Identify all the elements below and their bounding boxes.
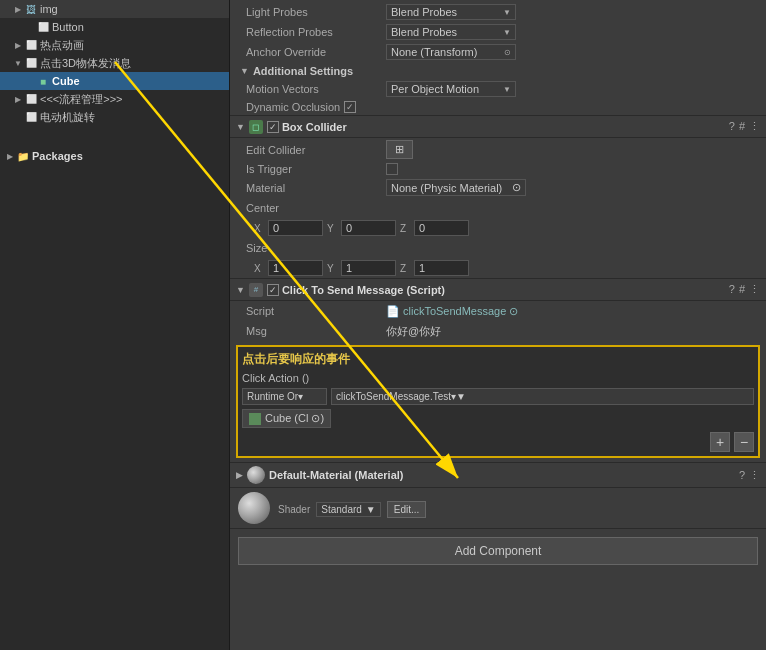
material-content-row: Shader Standard ▼ Edit... bbox=[230, 488, 766, 528]
tree-label-motor: 电动机旋转 bbox=[40, 110, 95, 125]
anchor-override-label: Anchor Override bbox=[246, 46, 386, 58]
script-label: Script bbox=[246, 305, 386, 317]
event-runtime-row: Runtime Or▾ clickToSendMessage.Test▾ ▼ bbox=[242, 388, 754, 405]
material-row: Material None (Physic Material) ⊙ bbox=[230, 177, 766, 198]
reflection-probes-dropdown[interactable]: Blend Probes ▼ bbox=[386, 24, 516, 40]
additional-settings-header: ▼ Additional Settings bbox=[230, 62, 766, 79]
box-collider-settings-icon[interactable]: # bbox=[739, 120, 745, 133]
tree-icon-cube: ■ bbox=[36, 74, 50, 88]
box-collider-help-icon[interactable]: ? bbox=[729, 120, 735, 133]
motion-vectors-dropdown[interactable]: Per Object Motion ▼ bbox=[386, 81, 516, 97]
click-script-enable[interactable]: ✓ bbox=[267, 284, 279, 296]
size-x-input[interactable] bbox=[268, 260, 323, 276]
material-fold: ▶ bbox=[236, 470, 243, 480]
size-label-row: Size bbox=[230, 238, 766, 258]
cube-item[interactable]: Cube (Cl ⊙) bbox=[242, 409, 331, 428]
box-collider-menu-icon[interactable]: ⋮ bbox=[749, 120, 760, 133]
add-component-button[interactable]: Add Component bbox=[238, 537, 758, 565]
physic-material-dropdown[interactable]: None (Physic Material) ⊙ bbox=[386, 179, 526, 196]
box-collider-icon: ◻ bbox=[249, 120, 263, 134]
dynamic-occlusion-checkbox[interactable]: ✓ bbox=[344, 101, 356, 113]
tree-label-img: img bbox=[40, 3, 58, 15]
physic-material-text: None (Physic Material) bbox=[391, 182, 502, 194]
physic-material-value-wrap: None (Physic Material) ⊙ bbox=[386, 179, 758, 196]
light-probes-row: Light Probes Blend Probes ▼ bbox=[230, 0, 766, 22]
dd-arrow-rp: ▼ bbox=[503, 28, 511, 37]
material-sphere-large bbox=[238, 492, 270, 524]
is-trigger-checkbox[interactable] bbox=[386, 163, 398, 175]
click-script-header: ▼ # ✓ Click To Send Message (Script) ? #… bbox=[230, 279, 766, 301]
physic-material-target[interactable]: ⊙ bbox=[512, 181, 521, 194]
shader-value: Standard bbox=[321, 504, 362, 515]
tree-item-hotspot[interactable]: ▶ ⬜ 热点动画 bbox=[0, 36, 229, 54]
motion-vectors-label: Motion Vectors bbox=[246, 83, 386, 95]
light-probes-value-wrap: Blend Probes ▼ bbox=[386, 4, 758, 20]
size-y-input[interactable] bbox=[341, 260, 396, 276]
msg-label: Msg bbox=[246, 325, 386, 337]
tree-icon-img: 🖼 bbox=[24, 2, 38, 16]
event-plus-button[interactable]: + bbox=[710, 432, 730, 452]
tree-item-cube[interactable]: ▶ ■ Cube bbox=[0, 72, 229, 90]
is-trigger-label: Is Trigger bbox=[246, 163, 386, 175]
center-y-input[interactable] bbox=[341, 220, 396, 236]
center-x-label: X bbox=[254, 223, 264, 234]
func-dropdown[interactable]: clickToSendMessage.Test▾ ▼ bbox=[331, 388, 754, 405]
box-collider-enable[interactable]: ✓ bbox=[267, 121, 279, 133]
tree-label-packages: Packages bbox=[32, 150, 83, 162]
event-buttons: + − bbox=[242, 432, 754, 452]
tree-label-click3d: 点击3D物体发消息 bbox=[40, 56, 131, 71]
dynamic-occlusion-row: Dynamic Occlusion ✓ bbox=[230, 99, 766, 115]
click-script-settings-icon[interactable]: # bbox=[739, 283, 745, 296]
center-x-input[interactable] bbox=[268, 220, 323, 236]
event-title: 点击后要响应的事件 bbox=[242, 351, 754, 368]
packages-item[interactable]: ▶ 📁 Packages bbox=[0, 146, 229, 166]
dd-arrow-lp: ▼ bbox=[503, 8, 511, 17]
event-minus-button[interactable]: − bbox=[734, 432, 754, 452]
tree-item-click3d[interactable]: ▼ ⬜ 点击3D物体发消息 bbox=[0, 54, 229, 72]
light-probes-dropdown[interactable]: Blend Probes ▼ bbox=[386, 4, 516, 20]
tree-icon-hotspot: ⬜ bbox=[24, 38, 38, 52]
size-z-label: Z bbox=[400, 263, 410, 274]
cube-small-icon bbox=[249, 413, 261, 425]
anchor-override-row: Anchor Override None (Transform) ⊙ bbox=[230, 42, 766, 62]
shader-dd-arrow: ▼ bbox=[366, 504, 376, 515]
click-script-menu-icon[interactable]: ⋮ bbox=[749, 283, 760, 296]
material-header-icons: ? ⋮ bbox=[739, 469, 760, 482]
material-sphere-icon bbox=[247, 466, 265, 484]
material-menu-icon[interactable]: ⋮ bbox=[749, 469, 760, 482]
click-script-help-icon[interactable]: ? bbox=[729, 283, 735, 296]
size-y-label: Y bbox=[327, 263, 337, 274]
reflection-probes-dropdown-text: Blend Probes bbox=[391, 26, 457, 38]
anchor-override-dropdown[interactable]: None (Transform) ⊙ bbox=[386, 44, 516, 60]
size-label: Size bbox=[246, 242, 386, 254]
script-target-icon[interactable]: ⊙ bbox=[509, 305, 518, 318]
script-value: 📄 clickToSendMessage ⊙ bbox=[386, 305, 758, 318]
additional-settings-fold: ▼ bbox=[240, 66, 249, 76]
tree-item-motor[interactable]: ▶ ⬜ 电动机旋转 bbox=[0, 108, 229, 126]
tree-arrow-img: ▶ bbox=[12, 3, 24, 15]
edit-collider-icon: ⊞ bbox=[395, 143, 404, 156]
click-action-label: Click Action () bbox=[242, 372, 754, 384]
script-row: Script 📄 clickToSendMessage ⊙ bbox=[230, 301, 766, 321]
event-box: 点击后要响应的事件 Click Action () Runtime Or▾ cl… bbox=[236, 345, 760, 458]
center-z-input[interactable] bbox=[414, 220, 469, 236]
material-help-icon[interactable]: ? bbox=[739, 469, 745, 482]
material-header: ▶ Default-Material (Material) ? ⋮ bbox=[230, 463, 766, 488]
runtime-dropdown[interactable]: Runtime Or▾ bbox=[242, 388, 327, 405]
motion-vectors-dropdown-text: Per Object Motion bbox=[391, 83, 479, 95]
shader-edit-button[interactable]: Edit... bbox=[387, 501, 427, 518]
click-script-fold: ▼ bbox=[236, 285, 245, 295]
tree-item-img[interactable]: ▶ 🖼 img bbox=[0, 0, 229, 18]
tree-item-flow[interactable]: ▶ ⬜ <<<流程管理>>> bbox=[0, 90, 229, 108]
edit-collider-row: Edit Collider ⊞ bbox=[230, 138, 766, 161]
tree-label-flow: <<<流程管理>>> bbox=[40, 92, 123, 107]
runtime-dropdown-text: Runtime Or▾ bbox=[247, 391, 303, 402]
tree-item-button[interactable]: ▶ ⬜ Button bbox=[0, 18, 229, 36]
shader-label: Shader bbox=[278, 504, 310, 515]
size-z-input[interactable] bbox=[414, 260, 469, 276]
edit-collider-button[interactable]: ⊞ bbox=[386, 140, 413, 159]
dynamic-occlusion-label: Dynamic Occlusion bbox=[246, 101, 340, 113]
shader-dropdown[interactable]: Standard ▼ bbox=[316, 502, 381, 517]
tree-arrow-flow: ▶ bbox=[12, 93, 24, 105]
additional-settings-title: Additional Settings bbox=[253, 65, 353, 77]
